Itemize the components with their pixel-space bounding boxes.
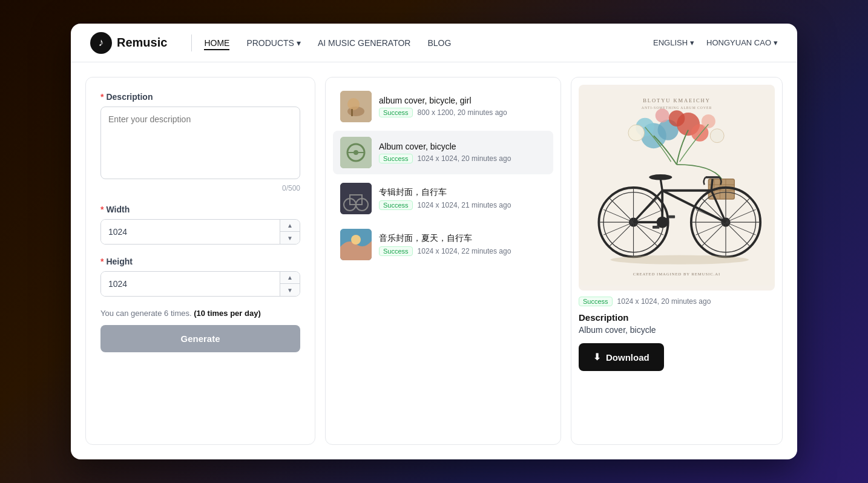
- user-arrow-icon: ▾: [774, 38, 778, 47]
- nav-language[interactable]: ENGLISH ▾: [653, 38, 694, 47]
- svg-rect-63: [653, 226, 659, 229]
- history-title: album cover, bicycle, girl: [379, 96, 546, 105]
- history-title: 音乐封面，夏天，自行车: [379, 233, 546, 244]
- width-stepper: ▲ ▼: [280, 220, 300, 244]
- logo-area: ♪ Remusic: [90, 32, 167, 54]
- preview-image: BLOTYU KMAEICHY ANTI-SOMETHING ALBUM COV…: [579, 85, 775, 291]
- status-badge: Success: [379, 200, 413, 210]
- status-badge: Success: [379, 108, 413, 117]
- svg-rect-3: [351, 109, 353, 116]
- main-content: * Description 0/500 * Width ▲ ▼: [71, 62, 797, 459]
- height-label: * Height: [100, 257, 300, 266]
- width-increment[interactable]: ▲: [280, 220, 300, 232]
- svg-text:CREATED IMAGINED BY REMUSIC.AI: CREATED IMAGINED BY REMUSIC.AI: [633, 272, 720, 276]
- description-label: * Description: [100, 92, 300, 102]
- height-decrement[interactable]: ▼: [280, 284, 300, 296]
- preview-description-text: Album cover, bicycle: [579, 325, 775, 335]
- history-thumbnail: [340, 91, 372, 122]
- preview-status-badge: Success: [579, 297, 613, 306]
- nav-blog[interactable]: BLOG: [427, 36, 451, 50]
- logo-icon: ♪: [90, 32, 112, 54]
- height-input[interactable]: [101, 272, 280, 296]
- height-input-wrapper: ▲ ▼: [100, 271, 300, 297]
- svg-text:ANTI-SOMETHING ALBUM COVER: ANTI-SOMETHING ALBUM COVER: [642, 106, 712, 110]
- nav-products[interactable]: PRODUCTS ▾: [246, 36, 301, 50]
- height-field: * Height ▲ ▼: [100, 257, 300, 297]
- svg-point-25: [628, 125, 645, 141]
- middle-panel: album cover, bicycle, girl Success 800 x…: [325, 77, 561, 445]
- generate-info: You can generate 6 times. (10 times per …: [100, 309, 300, 318]
- status-badge: Success: [379, 246, 413, 256]
- width-input[interactable]: [101, 220, 280, 244]
- history-info: 专辑封面，自行车 Success 1024 x 1024, 21 minutes…: [379, 187, 546, 210]
- svg-point-65: [610, 255, 749, 264]
- svg-point-22: [669, 110, 685, 126]
- svg-rect-64: [668, 215, 675, 218]
- width-label: * Width: [100, 205, 300, 214]
- app-window: ♪ Remusic HOME PRODUCTS ▾ AI MUSIC GENER…: [71, 24, 797, 459]
- height-stepper: ▲ ▼: [280, 272, 300, 296]
- required-star: *: [100, 92, 104, 102]
- nav-user[interactable]: HONGYUAN CAO ▾: [706, 38, 778, 47]
- language-arrow-icon: ▾: [690, 38, 694, 47]
- width-field: * Width ▲ ▼: [100, 205, 300, 245]
- history-meta: Success 800 x 1200, 20 minutes ago: [379, 108, 546, 117]
- width-decrement[interactable]: ▼: [280, 232, 300, 244]
- products-arrow-icon: ▾: [297, 38, 301, 48]
- svg-text:BLOTYU KMAEICHY: BLOTYU KMAEICHY: [643, 97, 711, 104]
- list-item[interactable]: album cover, bicycle, girl Success 800 x…: [333, 85, 553, 128]
- list-item[interactable]: 音乐封面，夏天，自行车 Success 1024 x 1024, 22 minu…: [333, 223, 553, 266]
- brand-name: Remusic: [117, 36, 167, 50]
- description-input[interactable]: [100, 107, 300, 179]
- svg-point-26: [710, 129, 724, 143]
- download-icon: ⬇: [593, 352, 601, 363]
- navbar: ♪ Remusic HOME PRODUCTS ▾ AI MUSIC GENER…: [71, 24, 797, 62]
- history-meta: Success 1024 x 1024, 20 minutes ago: [379, 154, 546, 163]
- nav-home[interactable]: HOME: [204, 36, 229, 50]
- download-button[interactable]: ⬇ Download: [579, 343, 664, 371]
- char-count: 0/500: [100, 184, 300, 192]
- status-badge: Success: [379, 154, 413, 163]
- list-item[interactable]: Album cover, bicycle Success 1024 x 1024…: [333, 131, 553, 174]
- nav-ai-music[interactable]: AI MUSIC GENERATOR: [318, 36, 411, 50]
- preview-description-label: Description: [579, 312, 775, 323]
- right-panel: BLOTYU KMAEICHY ANTI-SOMETHING ALBUM COV…: [571, 77, 783, 445]
- history-meta: Success 1024 x 1024, 21 minutes ago: [379, 200, 546, 210]
- list-item[interactable]: 专辑封面，自行车 Success 1024 x 1024, 21 minutes…: [333, 177, 553, 220]
- history-thumbnail: [340, 229, 372, 260]
- svg-point-24: [702, 114, 715, 128]
- svg-rect-8: [340, 183, 372, 214]
- preview-meta: Success 1024 x 1024, 20 minutes ago: [579, 297, 775, 306]
- width-input-wrapper: ▲ ▼: [100, 219, 300, 245]
- history-title: Album cover, bicycle: [379, 142, 546, 151]
- nav-links: HOME PRODUCTS ▾ AI MUSIC GENERATOR BLOG: [204, 36, 653, 50]
- history-info: 音乐封面，夏天，自行车 Success 1024 x 1024, 22 minu…: [379, 233, 546, 256]
- svg-point-13: [351, 235, 361, 245]
- history-title: 专辑封面，自行车: [379, 187, 546, 198]
- left-panel: * Description 0/500 * Width ▲ ▼: [85, 77, 315, 445]
- history-thumbnail: [340, 183, 372, 214]
- svg-line-57: [711, 179, 712, 191]
- nav-divider: [191, 34, 192, 51]
- svg-point-60: [649, 174, 672, 180]
- height-increment[interactable]: ▲: [280, 272, 300, 284]
- svg-point-2: [347, 98, 360, 110]
- history-info: album cover, bicycle, girl Success 800 x…: [379, 96, 546, 117]
- svg-point-23: [656, 108, 669, 122]
- history-meta: Success 1024 x 1024, 22 minutes ago: [379, 246, 546, 256]
- generate-button[interactable]: Generate: [100, 325, 300, 352]
- history-info: Album cover, bicycle Success 1024 x 1024…: [379, 142, 546, 163]
- nav-right: ENGLISH ▾ HONGYUAN CAO ▾: [653, 38, 778, 47]
- history-thumbnail: [340, 137, 372, 168]
